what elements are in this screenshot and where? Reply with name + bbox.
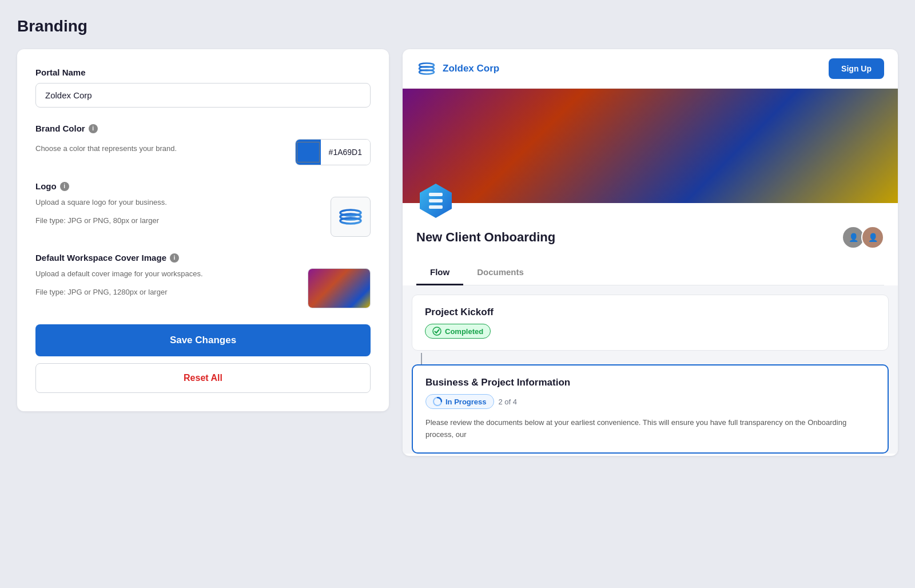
flow-card-business-info: Business & Project Information In Progre… (412, 364, 889, 454)
kickoff-status-badge: Completed (425, 324, 491, 339)
workspace-title-row: New Client Onboarding 👤 👤 (416, 226, 884, 249)
svg-rect-7 (429, 193, 443, 196)
page-title: Branding (17, 17, 898, 35)
brand-color-group: Brand Color i Choose a color that repres… (35, 124, 371, 165)
business-info-title: Business & Project Information (425, 377, 875, 388)
color-hex-display: #1A69D1 (321, 140, 370, 165)
portal-name-input[interactable] (35, 83, 371, 108)
logo-preview-icon (336, 202, 365, 231)
cover-info-icon[interactable]: i (170, 253, 179, 263)
avatar-group: 👤 👤 (842, 226, 884, 249)
cover-desc-line2: File type: JPG or PNG, 1280px or larger (35, 287, 203, 298)
left-panel: Portal Name Brand Color i Choose a color… (17, 49, 389, 411)
portal-name-label: Portal Name (35, 67, 371, 77)
signup-button[interactable]: Sign Up (829, 58, 884, 79)
cover-preview-image (308, 269, 370, 308)
svg-rect-9 (429, 205, 443, 209)
color-picker-row[interactable]: #1A69D1 (295, 139, 371, 165)
flow-card-project-kickoff: Project Kickoff Completed (412, 295, 889, 351)
color-swatch[interactable] (296, 140, 321, 165)
connector-line (421, 353, 422, 364)
cover-label: Default Workspace Cover Image i (35, 253, 371, 263)
preview-cover-image (403, 89, 898, 203)
workspace-title: New Client Onboarding (416, 230, 555, 245)
svg-rect-8 (429, 199, 443, 202)
preview-brand-name: Zoldex Corp (443, 63, 499, 74)
business-info-progress: 2 of 4 (499, 398, 518, 406)
tab-documents[interactable]: Documents (463, 260, 538, 285)
cover-desc: Upload a default cover image for your wo… (35, 268, 203, 304)
brand-color-label: Brand Color i (35, 124, 371, 133)
cover-preview[interactable] (308, 268, 371, 308)
business-info-desc: Please review the documents below at you… (425, 417, 875, 441)
brand-logo-icon (416, 58, 437, 79)
kickoff-title: Project Kickoff (425, 307, 876, 318)
logo-group: Logo i Upload a square logo for your bus… (35, 181, 371, 237)
portal-name-group: Portal Name (35, 67, 371, 108)
avatar-2: 👤 (861, 226, 884, 249)
logo-upload-row: Upload a square logo for your business. … (35, 197, 371, 237)
business-info-status-badge: In Progress (425, 394, 494, 409)
flow-content: Project Kickoff Completed Business & Pro… (403, 285, 898, 454)
logo-desc: Upload a square logo for your business. … (35, 197, 167, 233)
reset-all-button[interactable]: Reset All (35, 363, 371, 393)
brand-color-info-icon[interactable]: i (89, 124, 98, 133)
save-changes-button[interactable]: Save Changes (35, 324, 371, 356)
svg-point-2 (340, 218, 361, 224)
workspace-hex-icon (416, 181, 455, 220)
cover-image-group: Default Workspace Cover Image i Upload a… (35, 253, 371, 308)
svg-point-10 (433, 327, 441, 335)
logo-label: Logo i (35, 181, 371, 191)
main-layout: Portal Name Brand Color i Choose a color… (17, 49, 898, 456)
brand-color-desc: Choose a color that represents your bran… (35, 143, 177, 154)
logo-info-icon[interactable]: i (60, 182, 69, 191)
tabs: Flow Documents (416, 260, 884, 285)
right-panel: Zoldex Corp Sign Up (403, 49, 898, 456)
completed-check-icon (432, 327, 441, 336)
logo-desc-line1: Upload a square logo for your business. (35, 197, 167, 208)
logo-preview[interactable] (331, 197, 371, 237)
preview-brand: Zoldex Corp (416, 58, 499, 79)
tab-flow[interactable]: Flow (416, 260, 463, 285)
logo-desc-line2: File type: JPG or PNG, 80px or larger (35, 215, 167, 227)
svg-point-5 (419, 70, 434, 74)
cover-desc-line1: Upload a default cover image for your wo… (35, 268, 203, 280)
in-progress-icon (433, 397, 442, 406)
workspace-content: New Client Onboarding 👤 👤 Flow Documents (403, 203, 898, 285)
preview-header: Zoldex Corp Sign Up (403, 49, 898, 89)
cover-upload-row: Upload a default cover image for your wo… (35, 268, 371, 308)
